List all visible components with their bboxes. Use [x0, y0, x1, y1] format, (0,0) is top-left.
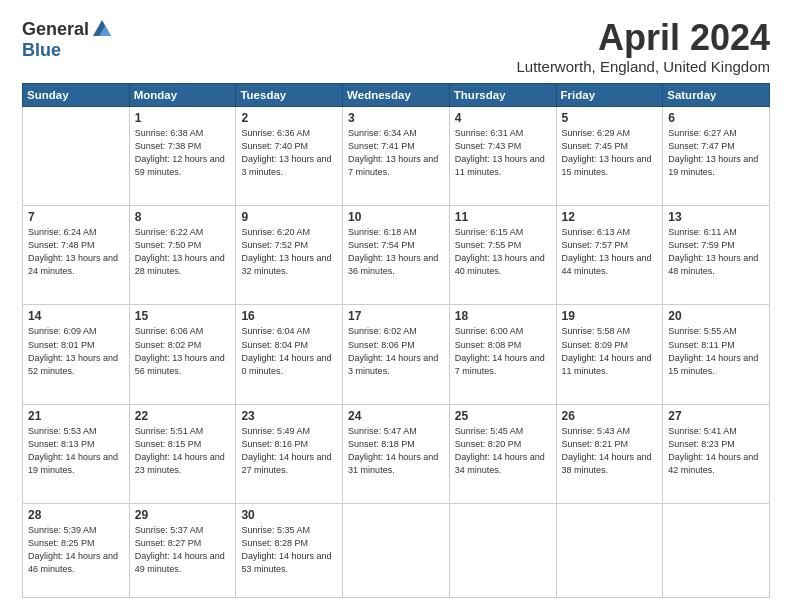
day-number: 8 — [135, 210, 231, 224]
calendar-week-row: 28Sunrise: 5:39 AM Sunset: 8:25 PM Dayli… — [23, 504, 770, 598]
day-number: 10 — [348, 210, 444, 224]
day-number: 28 — [28, 508, 124, 522]
logo-blue-text: Blue — [22, 40, 61, 61]
day-number: 1 — [135, 111, 231, 125]
day-content: Sunrise: 5:55 AM Sunset: 8:11 PM Dayligh… — [668, 325, 764, 377]
day-content: Sunrise: 6:29 AM Sunset: 7:45 PM Dayligh… — [562, 127, 658, 179]
day-header-thursday: Thursday — [449, 83, 556, 106]
day-content: Sunrise: 6:31 AM Sunset: 7:43 PM Dayligh… — [455, 127, 551, 179]
day-header-sunday: Sunday — [23, 83, 130, 106]
day-content: Sunrise: 5:49 AM Sunset: 8:16 PM Dayligh… — [241, 425, 337, 477]
day-number: 11 — [455, 210, 551, 224]
day-content: Sunrise: 6:34 AM Sunset: 7:41 PM Dayligh… — [348, 127, 444, 179]
calendar-day-cell: 1Sunrise: 6:38 AM Sunset: 7:38 PM Daylig… — [129, 106, 236, 205]
calendar-day-cell: 26Sunrise: 5:43 AM Sunset: 8:21 PM Dayli… — [556, 404, 663, 503]
month-title: April 2024 — [517, 18, 770, 58]
day-content: Sunrise: 5:47 AM Sunset: 8:18 PM Dayligh… — [348, 425, 444, 477]
title-block: April 2024 Lutterworth, England, United … — [517, 18, 770, 75]
day-number: 17 — [348, 309, 444, 323]
day-content: Sunrise: 5:37 AM Sunset: 8:27 PM Dayligh… — [135, 524, 231, 576]
calendar-week-row: 14Sunrise: 6:09 AM Sunset: 8:01 PM Dayli… — [23, 305, 770, 404]
day-number: 4 — [455, 111, 551, 125]
day-number: 3 — [348, 111, 444, 125]
calendar-day-cell: 21Sunrise: 5:53 AM Sunset: 8:13 PM Dayli… — [23, 404, 130, 503]
day-header-friday: Friday — [556, 83, 663, 106]
day-content: Sunrise: 6:36 AM Sunset: 7:40 PM Dayligh… — [241, 127, 337, 179]
calendar-day-cell: 13Sunrise: 6:11 AM Sunset: 7:59 PM Dayli… — [663, 206, 770, 305]
day-number: 5 — [562, 111, 658, 125]
empty-cell — [343, 504, 450, 598]
calendar-day-cell: 12Sunrise: 6:13 AM Sunset: 7:57 PM Dayli… — [556, 206, 663, 305]
day-number: 15 — [135, 309, 231, 323]
day-number: 23 — [241, 409, 337, 423]
day-number: 13 — [668, 210, 764, 224]
calendar-week-row: 21Sunrise: 5:53 AM Sunset: 8:13 PM Dayli… — [23, 404, 770, 503]
day-content: Sunrise: 6:09 AM Sunset: 8:01 PM Dayligh… — [28, 325, 124, 377]
calendar-day-cell: 16Sunrise: 6:04 AM Sunset: 8:04 PM Dayli… — [236, 305, 343, 404]
logo-general-text: General — [22, 19, 89, 40]
day-content: Sunrise: 6:11 AM Sunset: 7:59 PM Dayligh… — [668, 226, 764, 278]
calendar-day-cell: 9Sunrise: 6:20 AM Sunset: 7:52 PM Daylig… — [236, 206, 343, 305]
calendar-day-cell: 30Sunrise: 5:35 AM Sunset: 8:28 PM Dayli… — [236, 504, 343, 598]
day-number: 7 — [28, 210, 124, 224]
day-content: Sunrise: 5:35 AM Sunset: 8:28 PM Dayligh… — [241, 524, 337, 576]
day-number: 26 — [562, 409, 658, 423]
calendar-week-row: 7Sunrise: 6:24 AM Sunset: 7:48 PM Daylig… — [23, 206, 770, 305]
empty-cell — [663, 504, 770, 598]
day-header-monday: Monday — [129, 83, 236, 106]
day-content: Sunrise: 6:06 AM Sunset: 8:02 PM Dayligh… — [135, 325, 231, 377]
calendar-header-row: SundayMondayTuesdayWednesdayThursdayFrid… — [23, 83, 770, 106]
day-number: 18 — [455, 309, 551, 323]
day-number: 29 — [135, 508, 231, 522]
calendar-day-cell: 23Sunrise: 5:49 AM Sunset: 8:16 PM Dayli… — [236, 404, 343, 503]
calendar-day-cell: 25Sunrise: 5:45 AM Sunset: 8:20 PM Dayli… — [449, 404, 556, 503]
day-content: Sunrise: 6:15 AM Sunset: 7:55 PM Dayligh… — [455, 226, 551, 278]
day-number: 27 — [668, 409, 764, 423]
calendar-day-cell: 4Sunrise: 6:31 AM Sunset: 7:43 PM Daylig… — [449, 106, 556, 205]
logo: General Blue — [22, 18, 113, 61]
day-number: 20 — [668, 309, 764, 323]
calendar-day-cell: 15Sunrise: 6:06 AM Sunset: 8:02 PM Dayli… — [129, 305, 236, 404]
calendar-day-cell: 7Sunrise: 6:24 AM Sunset: 7:48 PM Daylig… — [23, 206, 130, 305]
day-number: 30 — [241, 508, 337, 522]
day-content: Sunrise: 6:22 AM Sunset: 7:50 PM Dayligh… — [135, 226, 231, 278]
calendar-day-cell: 2Sunrise: 6:36 AM Sunset: 7:40 PM Daylig… — [236, 106, 343, 205]
day-content: Sunrise: 6:20 AM Sunset: 7:52 PM Dayligh… — [241, 226, 337, 278]
calendar-day-cell: 14Sunrise: 6:09 AM Sunset: 8:01 PM Dayli… — [23, 305, 130, 404]
calendar-day-cell: 28Sunrise: 5:39 AM Sunset: 8:25 PM Dayli… — [23, 504, 130, 598]
day-content: Sunrise: 6:02 AM Sunset: 8:06 PM Dayligh… — [348, 325, 444, 377]
day-header-saturday: Saturday — [663, 83, 770, 106]
header: General Blue April 2024 Lutterworth, Eng… — [22, 18, 770, 75]
day-content: Sunrise: 5:51 AM Sunset: 8:15 PM Dayligh… — [135, 425, 231, 477]
day-content: Sunrise: 5:58 AM Sunset: 8:09 PM Dayligh… — [562, 325, 658, 377]
day-content: Sunrise: 5:53 AM Sunset: 8:13 PM Dayligh… — [28, 425, 124, 477]
calendar-day-cell: 22Sunrise: 5:51 AM Sunset: 8:15 PM Dayli… — [129, 404, 236, 503]
page: General Blue April 2024 Lutterworth, Eng… — [0, 0, 792, 612]
calendar-day-cell: 10Sunrise: 6:18 AM Sunset: 7:54 PM Dayli… — [343, 206, 450, 305]
day-header-wednesday: Wednesday — [343, 83, 450, 106]
calendar-week-row: 1Sunrise: 6:38 AM Sunset: 7:38 PM Daylig… — [23, 106, 770, 205]
calendar-day-cell: 11Sunrise: 6:15 AM Sunset: 7:55 PM Dayli… — [449, 206, 556, 305]
day-number: 16 — [241, 309, 337, 323]
day-number: 25 — [455, 409, 551, 423]
day-content: Sunrise: 6:04 AM Sunset: 8:04 PM Dayligh… — [241, 325, 337, 377]
calendar-day-cell: 18Sunrise: 6:00 AM Sunset: 8:08 PM Dayli… — [449, 305, 556, 404]
calendar-day-cell: 3Sunrise: 6:34 AM Sunset: 7:41 PM Daylig… — [343, 106, 450, 205]
day-number: 9 — [241, 210, 337, 224]
day-content: Sunrise: 6:00 AM Sunset: 8:08 PM Dayligh… — [455, 325, 551, 377]
logo-icon — [91, 18, 113, 40]
calendar-day-cell: 24Sunrise: 5:47 AM Sunset: 8:18 PM Dayli… — [343, 404, 450, 503]
empty-cell — [449, 504, 556, 598]
empty-cell — [23, 106, 130, 205]
calendar-day-cell: 29Sunrise: 5:37 AM Sunset: 8:27 PM Dayli… — [129, 504, 236, 598]
calendar-day-cell: 20Sunrise: 5:55 AM Sunset: 8:11 PM Dayli… — [663, 305, 770, 404]
calendar-day-cell: 6Sunrise: 6:27 AM Sunset: 7:47 PM Daylig… — [663, 106, 770, 205]
day-content: Sunrise: 6:27 AM Sunset: 7:47 PM Dayligh… — [668, 127, 764, 179]
calendar-day-cell: 27Sunrise: 5:41 AM Sunset: 8:23 PM Dayli… — [663, 404, 770, 503]
day-number: 12 — [562, 210, 658, 224]
day-content: Sunrise: 5:39 AM Sunset: 8:25 PM Dayligh… — [28, 524, 124, 576]
day-number: 19 — [562, 309, 658, 323]
day-number: 21 — [28, 409, 124, 423]
calendar-day-cell: 19Sunrise: 5:58 AM Sunset: 8:09 PM Dayli… — [556, 305, 663, 404]
calendar-day-cell: 5Sunrise: 6:29 AM Sunset: 7:45 PM Daylig… — [556, 106, 663, 205]
